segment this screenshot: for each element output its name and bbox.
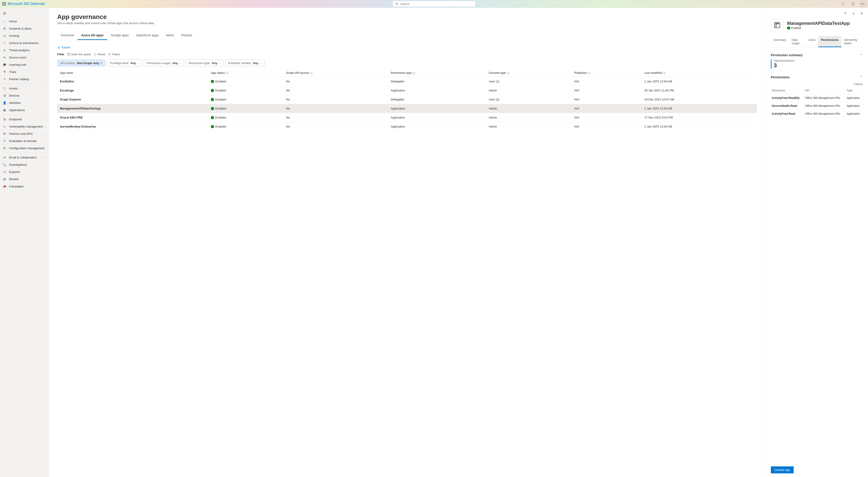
info-icon[interactable]: i — [226, 72, 228, 74]
cell-ptype: Delegated — [388, 95, 486, 104]
perm-column-1[interactable]: API — [804, 87, 846, 94]
search-input[interactable] — [400, 2, 473, 6]
panel-tab-data-usage[interactable]: Data usage — [789, 36, 805, 47]
section-header[interactable]: Permissions ⌃ — [771, 73, 863, 81]
sidebar-item-7[interactable]: ⚗ Trials — [0, 68, 49, 75]
perm-column-2[interactable]: Type — [846, 87, 863, 94]
help-icon — [851, 2, 855, 6]
content-tabs: OverviewAzure AD appsGoogle appsSalesfor… — [57, 31, 757, 40]
filter-chip-4[interactable]: Publisher verified: Any ⌄ — [225, 60, 265, 66]
sidebar-item-6[interactable]: 🎓 Learning hub — [0, 61, 49, 68]
page-title: App governance — [57, 13, 757, 21]
cell-publisher: N/A — [572, 113, 642, 122]
total-permissions-block: Total permissions 3 — [771, 59, 863, 69]
filter-chip-3[interactable]: Permission type: Any ⌄ — [186, 60, 223, 66]
app-title[interactable]: Microsoft 365 Defender — [8, 2, 45, 6]
sidebar-email-item-0[interactable]: 🔍 Investigations — [0, 161, 49, 168]
perm-type: Application — [846, 94, 863, 102]
filters-label: Filters — [112, 53, 120, 56]
column-header-5[interactable]: Publisheri — [572, 69, 642, 77]
sidebar-section-assets[interactable]: ⬡ Assets ⌃ — [0, 84, 49, 92]
sidebar-email-item-3[interactable]: 📣 Campaigns — [0, 183, 49, 190]
sidebar-section-endpoints[interactable]: ⊞ Endpoints ⌃ — [0, 115, 49, 123]
chip-close-icon[interactable]: × — [100, 61, 102, 65]
section-header[interactable]: Permission summary ⌃ — [771, 51, 863, 59]
column-header-6[interactable]: Last modifiedi — [642, 69, 757, 77]
table-row-3[interactable]: ManagementAPIDataTestApp ✓Enabled No App… — [57, 104, 757, 113]
sidebar-assets-item-2[interactable]: ▦ Applications — [0, 106, 49, 113]
sidebar-item-1[interactable]: ⛨ Incidents & alerts ⌄ — [0, 25, 49, 32]
panel-tab-summary[interactable]: Summary — [771, 36, 789, 47]
tab-alerts[interactable]: Alerts — [162, 31, 178, 40]
filter-chip-2[interactable]: Permission usage: Any ⌄ — [144, 60, 184, 66]
perm-type: Application — [846, 102, 863, 110]
sidebar-endpoints-item-3[interactable]: ⚙ Configuration management — [0, 144, 49, 152]
app-launcher-icon[interactable] — [2, 2, 6, 6]
tab-policies[interactable]: Policies — [178, 31, 196, 40]
vuln-icon: ⚠ — [3, 125, 6, 128]
disable-app-button[interactable]: Disable app — [771, 466, 794, 473]
panel-close-button[interactable] — [858, 10, 865, 17]
column-header-2[interactable]: Graph API accessi — [283, 69, 388, 77]
column-header-3[interactable]: Permission typei — [388, 69, 486, 77]
panel-tab-users[interactable]: Users — [805, 36, 818, 47]
sidebar-email-item-2[interactable]: ▤ Review — [0, 175, 49, 183]
sidebar-item-5[interactable]: % Secure score — [0, 54, 49, 61]
info-icon[interactable]: i — [507, 72, 509, 74]
sidebar-endpoints-item-1[interactable]: ⚙ Partners and APIs ⌄ — [0, 130, 49, 137]
nav-label: Partner catalog — [9, 77, 29, 81]
info-icon[interactable]: i — [413, 72, 415, 74]
table-row-2[interactable]: Graph Explorer ✓Enabled No Delegated Use… — [57, 95, 757, 104]
assets-icon: ⬡ — [3, 87, 6, 90]
info-icon[interactable]: i — [310, 72, 313, 74]
sidebar-email-item-1[interactable]: 🗀 Explorer — [0, 168, 49, 175]
panel-tab-permissions[interactable]: Permissions — [818, 36, 841, 47]
sidebar-assets-item-0[interactable]: 🖥 Devices — [0, 92, 49, 99]
check-icon: ✓ — [211, 89, 214, 92]
sidebar-section-email[interactable]: ✉ Email & collaboration ⌃ — [0, 154, 49, 161]
sidebar-item-4[interactable]: ☣ Threat analytics — [0, 46, 49, 54]
perm-row-1[interactable]: ServiceHealth.Read Office 365 Management… — [771, 102, 863, 110]
column-header-1[interactable]: App statusi — [208, 69, 283, 77]
column-header-4[interactable]: Consent typei — [486, 69, 572, 77]
sidebar-collapse-button[interactable] — [0, 10, 49, 18]
sidebar-endpoints-item-2[interactable]: ✎ Evaluation & tutorials ⌄ — [0, 137, 49, 144]
sidebar-item-3[interactable]: ✓ Actions & submissions ⌄ — [0, 39, 49, 46]
sidebar-item-2[interactable]: ◎ Hunting ⌄ — [0, 32, 49, 39]
settings-button[interactable] — [839, 0, 847, 7]
column-header-0[interactable]: App name↑ — [57, 69, 208, 77]
table-row-1[interactable]: Excahnge ✓Enabled No Application Admin N… — [57, 86, 757, 95]
sidebar-section-label: Assets — [9, 87, 18, 90]
table-row-4[interactable]: Oracle EBS PRE ✓Enabled No Application A… — [57, 113, 757, 122]
perm-name: ActivityFeed.Read — [771, 110, 804, 118]
panel-up-button[interactable] — [842, 10, 849, 17]
tab-overview[interactable]: Overview — [57, 31, 78, 40]
sidebar-endpoints-item-0[interactable]: ⚠ Vulnerability management ⌄ — [0, 123, 49, 130]
search-box[interactable] — [393, 1, 475, 7]
info-icon[interactable]: i — [588, 72, 590, 74]
export-button[interactable]: Export — [57, 45, 70, 49]
table-row-0[interactable]: EwsEditor ✓Enabled No Delegated User (1)… — [57, 77, 757, 86]
filter-chip-0[interactable]: API access: Non-Graph only × — [57, 60, 105, 66]
chevron-down-icon: ⌄ — [219, 62, 221, 64]
tab-salesforce-apps[interactable]: Salesforce apps — [132, 31, 162, 40]
save-query-button[interactable]: Save the query — [67, 53, 91, 56]
perm-row-2[interactable]: ActivityFeed.Read Office 365 Management … — [771, 110, 863, 118]
reset-button[interactable]: Reset — [94, 53, 105, 56]
filters-button[interactable]: Filters — [108, 53, 120, 56]
sidebar-item-0[interactable]: ⌂ Home — [0, 18, 49, 25]
tab-azure-ad-apps[interactable]: Azure AD apps — [78, 31, 107, 40]
help-button[interactable] — [849, 0, 857, 7]
sidebar-assets-item-1[interactable]: 👤 Identities — [0, 99, 49, 106]
panel-tab-sensitivity-labels[interactable]: Sensitivity labels — [841, 36, 863, 47]
sidebar-item-8[interactable]: ⚭ Partner catalog ⌄ — [0, 75, 49, 82]
tab-google-apps[interactable]: Google apps — [107, 31, 132, 40]
filter-chip-1[interactable]: Privilege level: Any ⌄ — [107, 60, 142, 66]
perm-column-0[interactable]: Permission — [771, 87, 804, 94]
chip-value: Non-Graph only — [77, 61, 99, 65]
perm-row-0[interactable]: ActivityFeed.ReadDlp Office 365 Manageme… — [771, 94, 863, 102]
table-row-5[interactable]: SurveyMonkey Enterprise ✓Enabled No Appl… — [57, 122, 757, 131]
info-icon[interactable]: i — [663, 72, 665, 74]
panel-down-button[interactable] — [850, 10, 857, 17]
user-avatar[interactable]: RS — [860, 1, 866, 7]
